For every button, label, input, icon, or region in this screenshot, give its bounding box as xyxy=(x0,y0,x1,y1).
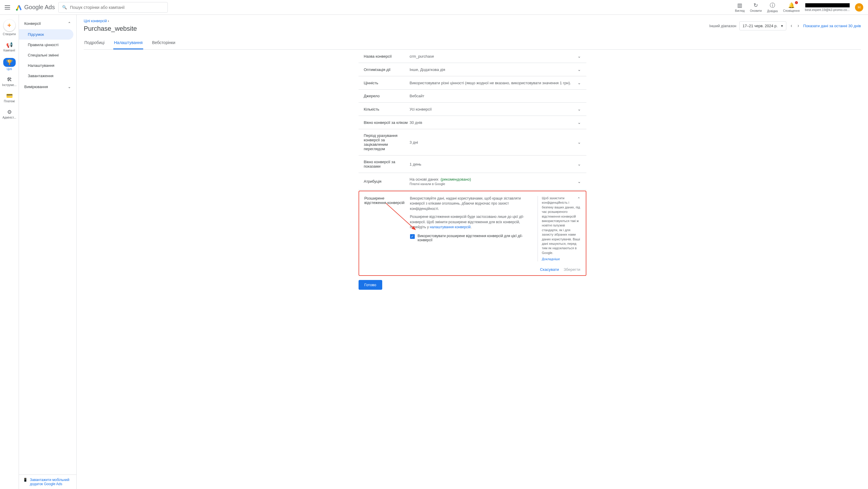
help-action[interactable]: ⓘДовідка xyxy=(767,2,778,13)
date-range-label: Інший діапазон xyxy=(709,24,736,28)
help-label: Довідка xyxy=(767,9,778,13)
setting-label: Цінність xyxy=(364,81,410,85)
conversion-settings-link[interactable]: налаштування конверсій xyxy=(430,225,471,229)
svg-point-0 xyxy=(16,9,18,11)
learn-more-link[interactable]: Докладніше xyxy=(542,257,581,261)
setting-row-attribution[interactable]: Атрибуція На основі даних (рекомендовано… xyxy=(359,173,586,190)
nav-section-conversions[interactable]: Конверсії ⌃ xyxy=(19,18,76,29)
setting-row[interactable]: Вікно конверсії за кліком 30 днів ⌄ xyxy=(359,116,586,129)
date-next-button[interactable]: › xyxy=(797,22,800,30)
megaphone-icon: 📢 xyxy=(6,42,13,48)
google-ads-icon xyxy=(16,4,23,11)
rail-label: Цілі xyxy=(7,67,12,71)
last-30-days-link[interactable]: Показати дані за останні 30 днів xyxy=(803,24,861,28)
refresh-action[interactable]: ↻Оновити xyxy=(750,2,762,12)
cancel-button[interactable]: Скасувати xyxy=(540,267,559,272)
rail-admin[interactable]: ⚙Адмініст... xyxy=(0,107,19,121)
brand-logo[interactable]: Google Ads xyxy=(16,4,55,11)
setting-value: Використовувати різні цінності (якщо жод… xyxy=(410,81,578,85)
chevron-down-icon: ⌄ xyxy=(578,120,581,125)
nav-settings[interactable]: Налаштування xyxy=(19,60,76,71)
side-nav: Конверсії ⌃ Підсумок Правила цінності Сп… xyxy=(19,15,76,489)
setting-value: 30 днів xyxy=(410,120,578,125)
rail-label: Платежі xyxy=(4,100,15,103)
chevron-up-icon[interactable]: ⌃ xyxy=(577,197,581,201)
create-button[interactable]: + Створити xyxy=(0,18,19,37)
setting-subtext: Платні канали в Google xyxy=(410,182,578,186)
rail-label: Інструме... xyxy=(2,84,17,87)
rail-tools[interactable]: 🛠Інструме... xyxy=(0,75,19,88)
create-label: Створити xyxy=(3,33,16,36)
setting-row[interactable]: Вікно конверсії за показами 1 день ⌄ xyxy=(359,156,586,173)
date-range-value: 17–21 черв. 2024 р. xyxy=(743,24,778,28)
nav-summary[interactable]: Підсумок xyxy=(19,29,73,40)
search-input[interactable] xyxy=(70,5,164,10)
setting-value: 1 день xyxy=(410,162,578,166)
bell-icon: 🔔 xyxy=(788,2,795,8)
view-icon: ▥ xyxy=(737,2,742,8)
setting-value: Інше, Додаткова дія xyxy=(410,67,578,72)
nav-custom-vars[interactable]: Спеціальні змінні xyxy=(19,50,76,60)
trophy-icon: 🏆 xyxy=(3,58,16,67)
setting-label: Оптимізація дії xyxy=(364,67,410,72)
rail-goals[interactable]: 🏆Цілі xyxy=(0,56,19,72)
chevron-down-icon: ⌄ xyxy=(578,80,581,85)
rail-label: Кампанії xyxy=(4,49,16,52)
breadcrumb: Цілі конверсій › xyxy=(84,19,137,23)
nav-value-rules[interactable]: Правила цінності xyxy=(19,40,76,50)
setting-value: 3 дні xyxy=(410,140,578,144)
page-title: Purchase_website xyxy=(84,25,137,33)
enhanced-sidebar-info: Щоб захистити конфіденційність і безпеку… xyxy=(537,196,581,261)
help-icon: ⓘ xyxy=(770,2,775,9)
setting-row[interactable]: Оптимізація дії Інше, Додаткова дія ⌄ xyxy=(359,63,586,76)
enhanced-conversions-panel: ⌃ Розширене відстеження конверсій Викори… xyxy=(359,191,586,276)
rail-campaigns[interactable]: 📢Кампанії xyxy=(0,40,19,54)
tab-webpages[interactable]: Вебсторінки xyxy=(152,37,176,50)
main-content: Цілі конверсій › Purchase_website Інший … xyxy=(76,15,868,489)
setting-row[interactable]: Цінність Використовувати різні цінності … xyxy=(359,76,586,90)
tab-details[interactable]: Подробиці xyxy=(84,37,105,50)
done-button[interactable]: Готово xyxy=(359,280,382,290)
account-email: best.expert.19@k2-promo.co... xyxy=(805,8,850,11)
refresh-icon: ↻ xyxy=(753,2,758,8)
search-box[interactable]: 🔍 xyxy=(58,2,168,13)
menu-icon[interactable] xyxy=(5,4,12,11)
view-label: Вигляд xyxy=(735,9,745,12)
setting-value: Усі конверсії xyxy=(410,107,578,111)
topbar: Google Ads 🔍 ▥Вигляд ↻Оновити ⓘДовідка 🔔… xyxy=(0,0,868,15)
account-block[interactable]: best.expert.19@k2-promo.co... xyxy=(805,3,850,11)
search-icon: 🔍 xyxy=(62,5,67,9)
date-prev-button[interactable]: ‹ xyxy=(789,22,793,30)
plus-icon: + xyxy=(7,22,11,29)
chevron-down-icon: ⌄ xyxy=(578,54,581,59)
nav-uploads[interactable]: Завантаження xyxy=(19,71,76,81)
dropdown-icon: ▾ xyxy=(781,24,783,28)
chevron-right-icon: › xyxy=(108,19,109,23)
setting-label: Джерело xyxy=(364,94,410,98)
view-action[interactable]: ▥Вигляд xyxy=(735,2,745,12)
enhanced-checkbox[interactable]: ✓ xyxy=(410,234,415,239)
gear-icon: ⚙ xyxy=(7,109,12,115)
setting-row[interactable]: Період урахування конверсії за зацікавле… xyxy=(359,129,586,156)
phone-icon: 📱 xyxy=(23,478,28,482)
setting-row[interactable]: Назва конверсії crm_purchase ⌄ xyxy=(359,50,586,63)
nav-section-measure[interactable]: Вимірювання ⌄ xyxy=(19,81,76,93)
notifications-action[interactable]: 🔔!Сповіщення xyxy=(783,2,800,12)
setting-row[interactable]: Джерело Вебсайт xyxy=(359,90,586,103)
download-app-link[interactable]: 📱 Завантажити мобільний додаток Google A… xyxy=(19,475,76,489)
settings-panel: Назва конверсії crm_purchase ⌄Оптимізаці… xyxy=(359,50,586,290)
date-range-picker[interactable]: 17–21 черв. 2024 р. ▾ xyxy=(739,21,787,30)
setting-label: Назва конверсії xyxy=(364,54,410,59)
chevron-up-icon: ⌃ xyxy=(68,21,71,26)
refresh-label: Оновити xyxy=(750,9,762,12)
chevron-down-icon: ⌄ xyxy=(578,67,581,72)
chevron-down-icon: ⌄ xyxy=(578,107,581,111)
avatar[interactable]: H xyxy=(855,3,863,11)
setting-row[interactable]: Кількість Усі конверсії ⌄ xyxy=(359,103,586,116)
breadcrumb-root[interactable]: Цілі конверсій xyxy=(84,19,107,23)
setting-label: Вікно конверсії за кліком xyxy=(364,120,410,125)
rail-billing[interactable]: 💳Платежі xyxy=(0,91,19,105)
setting-value: Вебсайт xyxy=(410,94,581,98)
tab-settings[interactable]: Налаштування xyxy=(113,37,143,50)
chevron-down-icon: ⌄ xyxy=(68,85,71,89)
